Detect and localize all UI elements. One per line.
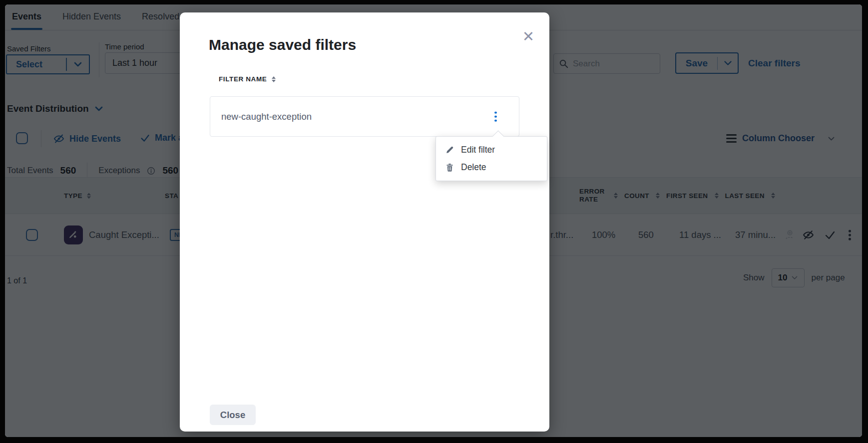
modal-title: Manage saved filters (209, 36, 356, 53)
trash-icon (445, 163, 454, 172)
delete-filter-label: Delete (461, 162, 486, 173)
edit-filter-label: Edit filter (461, 145, 495, 155)
filter-name-header-label: FILTER NAME (219, 75, 267, 83)
pencil-icon (445, 145, 454, 155)
delete-filter-menu-item[interactable]: Delete (436, 159, 547, 176)
saved-filter-name: new-caught-exception (221, 111, 312, 122)
events-page: Events Hidden Events Resolved Events Sav… (5, 4, 862, 437)
filter-name-column-header[interactable]: FILTER NAME (219, 75, 276, 83)
app-frame: Events Hidden Events Resolved Events Sav… (0, 0, 868, 443)
close-button[interactable]: Close (210, 405, 256, 425)
filter-actions-menu: Edit filter Delete (435, 136, 547, 181)
sort-icon[interactable] (272, 76, 276, 82)
saved-filter-row: new-caught-exception (210, 96, 519, 137)
edit-filter-menu-item[interactable]: Edit filter (436, 141, 547, 159)
filter-kebab-menu[interactable] (493, 110, 498, 123)
manage-saved-filters-modal: Manage saved filters ✕ FILTER NAME new-c… (180, 12, 549, 432)
close-icon[interactable]: ✕ (522, 29, 534, 44)
